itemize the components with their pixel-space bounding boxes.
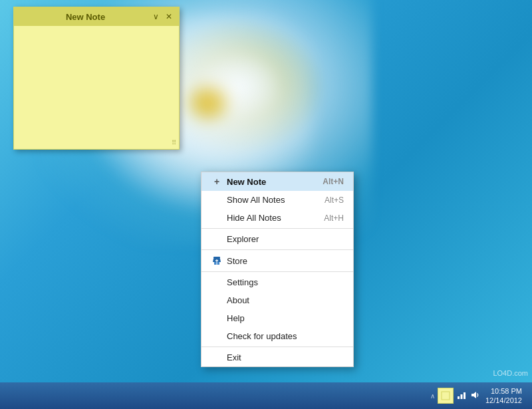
watermark: LO4D.com (493, 369, 528, 377)
notification-area: ∧ 10:58 PM 12/14/2012 (426, 384, 529, 408)
volume-icon (469, 390, 480, 402)
menu-item-settings[interactable]: Settings (201, 273, 353, 291)
sticky-note-titlebar: New Note ∨ ✕ (14, 7, 179, 26)
tray-note-icon[interactable] (438, 388, 454, 404)
new-note-label: New Note (227, 177, 323, 187)
menu-divider-3 (201, 271, 353, 272)
sticky-close-button[interactable]: ✕ (164, 13, 174, 21)
menu-item-about[interactable]: About (201, 291, 353, 309)
settings-label: Settings (227, 277, 344, 287)
menu-item-check-updates[interactable]: Check for updates (201, 327, 353, 345)
svg-rect-3 (442, 392, 450, 400)
taskbar-clock[interactable]: 10:58 PM 12/14/2012 (483, 386, 525, 406)
menu-item-exit[interactable]: Exit (201, 348, 353, 366)
menu-item-new-note[interactable]: + New Note Alt+N (201, 172, 353, 191)
store-icon (211, 255, 223, 266)
menu-divider-2 (201, 249, 353, 250)
svg-marker-7 (471, 392, 476, 398)
sticky-note-body[interactable]: ⠿ (14, 26, 179, 149)
sticky-note-controls: ∨ ✕ (152, 13, 174, 21)
menu-item-help[interactable]: Help (201, 309, 353, 327)
menu-divider-1 (201, 228, 353, 229)
sticky-minimize-button[interactable]: ∨ (152, 13, 160, 21)
taskbar: ∧ 10:58 PM 12/14/2012 (0, 382, 532, 409)
sticky-note: New Note ∨ ✕ ⠿ (13, 7, 180, 150)
svg-rect-5 (460, 394, 462, 399)
menu-divider-4 (201, 346, 353, 347)
new-note-shortcut: Alt+N (323, 177, 344, 186)
context-menu: + New Note Alt+N Show All Notes Alt+S Hi… (201, 172, 354, 367)
menu-item-show-all[interactable]: Show All Notes Alt+S (201, 191, 353, 209)
taskbar-chevron-icon[interactable]: ∧ (430, 392, 435, 400)
clock-date: 12/14/2012 (485, 396, 522, 405)
menu-item-store[interactable]: Store (201, 251, 353, 270)
exit-label: Exit (227, 352, 344, 362)
menu-item-explorer[interactable]: Explorer (201, 230, 353, 248)
show-all-shortcut: Alt+S (325, 196, 344, 205)
explorer-label: Explorer (227, 234, 344, 244)
hide-all-label: Hide All Notes (227, 213, 324, 223)
svg-rect-0 (213, 257, 220, 259)
resize-handle[interactable]: ⠿ (172, 139, 176, 146)
help-label: Help (227, 313, 344, 323)
svg-rect-4 (458, 396, 460, 399)
menu-item-hide-all[interactable]: Hide All Notes Alt+H (201, 209, 353, 227)
about-label: About (227, 295, 344, 305)
clock-time: 10:58 PM (491, 386, 522, 396)
show-all-label: Show All Notes (227, 195, 325, 205)
network-icon (456, 390, 467, 402)
store-label: Store (227, 256, 344, 266)
svg-rect-6 (464, 392, 466, 399)
check-updates-label: Check for updates (227, 331, 344, 341)
new-note-icon: + (211, 176, 223, 187)
hide-all-shortcut: Alt+H (324, 213, 344, 223)
sticky-note-title: New Note (19, 12, 152, 22)
